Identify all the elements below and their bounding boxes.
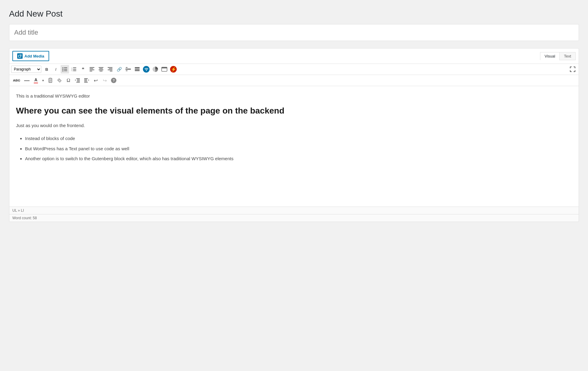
align-left-button[interactable] [88,65,96,73]
help-button[interactable]: ? [109,76,118,85]
list-item: Instead of blocks of code [25,135,572,142]
word-count-value: 58 [33,216,37,220]
paragraph-format-select[interactable]: Paragraph Heading 1 Heading 2 Heading 3 … [11,66,41,73]
svg-marker-50 [75,80,76,81]
bold-button[interactable]: B [43,65,51,73]
color-dropdown-button[interactable]: ▾ [41,76,46,85]
svg-rect-16 [90,67,94,68]
outdent-button[interactable] [82,76,91,85]
horizontal-rule-button[interactable]: — [23,76,31,85]
svg-rect-5 [64,67,67,68]
list-item: But WordPress has a Text panel to use co… [25,145,572,153]
editor-status-bar: UL » LI [9,207,579,214]
svg-rect-46 [76,78,80,79]
svg-rect-40 [49,78,51,79]
svg-rect-7 [64,69,67,70]
svg-rect-38 [162,68,167,68]
toolbar-row-2: ABC — A ▾ [9,75,579,86]
content-paragraph-1: This is a traditional WYSIWYG editor [16,92,572,100]
italic-button[interactable]: I [52,65,60,73]
svg-rect-20 [99,67,103,68]
svg-rect-30 [126,70,128,71]
editor-container: Add Media Visual Text Paragraph Heading … [9,48,579,222]
svg-rect-19 [90,71,92,71]
svg-rect-15 [73,70,76,71]
view-tabs: Visual Text [540,52,576,60]
editor-top-bar: Add Media Visual Text [9,48,579,64]
unordered-list-button[interactable] [61,65,69,73]
svg-rect-32 [135,69,140,70]
svg-rect-48 [77,81,80,81]
svg-rect-23 [100,71,103,71]
svg-rect-39 [49,78,52,83]
svg-rect-51 [84,78,88,79]
svg-rect-4 [62,67,63,68]
align-right-button[interactable] [106,65,114,73]
svg-rect-26 [108,70,112,70]
svg-rect-47 [77,80,80,80]
indent-button[interactable] [73,76,82,85]
svg-rect-8 [62,70,63,71]
svg-rect-31 [135,67,140,68]
stats-button[interactable] [151,65,160,73]
svg-rect-21 [99,68,103,69]
content-paragraph-2: Just as you would on the frontend. [16,122,572,129]
fullscreen-button[interactable] [568,65,577,73]
svg-rect-6 [62,69,63,70]
strikethrough-button[interactable]: ABC [11,76,22,85]
special-chars-button[interactable]: Ω [64,76,73,85]
svg-rect-29 [126,67,128,68]
svg-text:3: 3 [71,70,72,71]
svg-rect-54 [84,82,88,83]
editor-content[interactable]: This is a traditional WYSIWYG editor Whe… [9,86,579,207]
page-title: Add New Post [9,9,579,19]
tab-text[interactable]: Text [559,52,576,60]
post-title-input[interactable] [9,24,579,41]
link-button[interactable]: 🔗 [115,65,123,73]
svg-rect-53 [84,81,87,81]
content-heading: Where you can see the visual elements of… [16,105,572,116]
align-center-button[interactable] [97,65,105,73]
clear-formatting-button[interactable] [55,76,64,85]
blockquote-button[interactable]: ❝ [79,65,87,73]
svg-rect-49 [76,82,80,83]
add-media-button[interactable]: Add Media [12,51,49,61]
svg-rect-22 [99,70,103,70]
svg-rect-27 [110,71,112,71]
tab-visual[interactable]: Visual [540,52,559,60]
undo-button[interactable]: ↩ [91,76,100,85]
svg-marker-55 [88,80,89,81]
svg-marker-44 [58,79,61,82]
add-media-label: Add Media [24,54,44,58]
redo-button[interactable]: ↪ [100,76,109,85]
plugin-bolt-button[interactable]: ⚡ [169,65,178,73]
svg-rect-9 [64,70,67,71]
word-count-label: Word count: [12,216,32,220]
svg-rect-28 [125,69,131,70]
read-more-button[interactable] [124,65,132,73]
toolbar-row-1: Paragraph Heading 1 Heading 2 Heading 3 … [9,64,579,75]
list-item: Another option is to switch to the Guten… [25,155,572,163]
kitchen-sink-button[interactable] [133,65,141,73]
svg-rect-24 [108,67,112,68]
svg-rect-17 [90,68,93,69]
word-count-bar: Word count: 58 [9,214,579,222]
svg-point-34 [146,70,147,71]
svg-rect-18 [90,70,94,70]
svg-rect-13 [73,69,76,70]
content-list: Instead of blocks of code But WordPress … [25,135,572,163]
paste-text-button[interactable] [46,76,55,85]
ordered-list-button[interactable]: 1 2 3 [70,65,78,73]
add-media-icon [17,53,23,59]
page-builder-button[interactable] [160,65,169,73]
svg-rect-11 [73,67,76,68]
svg-rect-25 [109,68,112,69]
wpforms-button[interactable] [142,65,150,73]
text-color-button[interactable]: A [32,76,40,85]
svg-rect-33 [135,70,140,71]
svg-rect-52 [84,80,87,80]
